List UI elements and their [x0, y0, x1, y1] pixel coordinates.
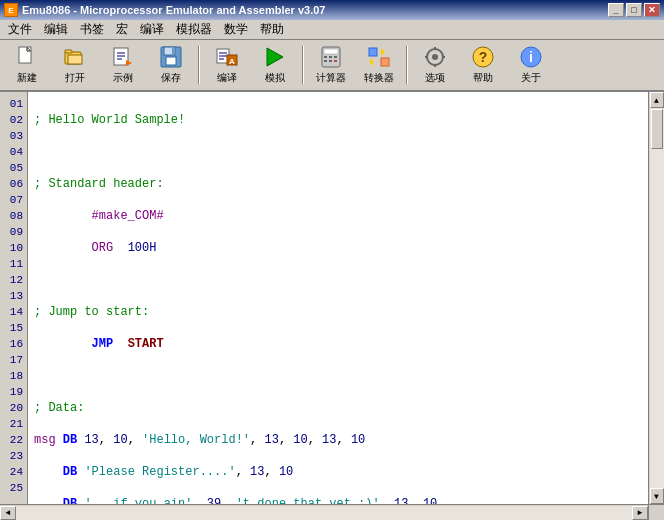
svg-rect-29 — [334, 56, 337, 58]
save-label: 保存 — [161, 71, 181, 85]
menu-macro[interactable]: 宏 — [110, 19, 134, 40]
simulate-icon — [263, 45, 287, 69]
app-icon: E — [4, 3, 18, 17]
menu-file[interactable]: 文件 — [2, 19, 38, 40]
calculator-button[interactable]: 计算器 — [308, 43, 354, 87]
svg-marker-13 — [126, 60, 132, 66]
code-line-13: DB ' if you ain', 39, 't done that yet :… — [34, 496, 642, 504]
compile-button[interactable]: A 编译 — [204, 43, 250, 87]
svg-text:A: A — [229, 57, 235, 66]
title-bar-left: E Emu8086 - Microprocessor Emulator and … — [4, 3, 325, 17]
minimize-button[interactable]: _ — [608, 3, 624, 17]
vertical-scrollbar[interactable]: ▲ ▼ — [648, 92, 664, 504]
simulate-button[interactable]: 模拟 — [252, 43, 298, 87]
about-button[interactable]: i 关于 — [508, 43, 554, 87]
open-button[interactable]: 打开 — [52, 43, 98, 87]
title-controls: _ □ ✕ — [608, 3, 660, 17]
scroll-right-button[interactable]: ► — [632, 506, 648, 520]
help-icon: ? — [471, 45, 495, 69]
about-label: 关于 — [521, 71, 541, 85]
compile-label: 编译 — [217, 71, 237, 85]
title-text: Emu8086 - Microprocessor Emulator and As… — [22, 4, 325, 16]
svg-rect-28 — [329, 56, 332, 58]
calculator-label: 计算器 — [316, 71, 346, 85]
options-label: 选项 — [425, 71, 445, 85]
svg-rect-33 — [369, 48, 377, 56]
converter-button[interactable]: 转换器 — [356, 43, 402, 87]
code-line-10: ; Data: — [34, 400, 642, 416]
maximize-button[interactable]: □ — [626, 3, 642, 17]
about-icon: i — [519, 45, 543, 69]
code-line-7: ; Jump to start: — [34, 304, 642, 320]
close-button[interactable]: ✕ — [644, 3, 660, 17]
title-bar: E Emu8086 - Microprocessor Emulator and … — [0, 0, 664, 20]
svg-text:i: i — [529, 49, 533, 65]
code-line-6 — [34, 272, 642, 288]
new-button[interactable]: 新建 — [4, 43, 50, 87]
menu-compile[interactable]: 编译 — [134, 19, 170, 40]
svg-rect-26 — [324, 49, 338, 54]
new-label: 新建 — [17, 71, 37, 85]
toolbar: 新建 打开 示例 — [0, 40, 664, 92]
code-content[interactable]: ; Hello World Sample! ; Standard header:… — [28, 92, 648, 504]
svg-text:E: E — [8, 6, 14, 15]
scroll-track[interactable] — [650, 108, 664, 488]
open-icon — [63, 45, 87, 69]
svg-text:?: ? — [479, 49, 488, 65]
example-label: 示例 — [113, 71, 133, 85]
code-line-3: ; Standard header: — [34, 176, 642, 192]
scroll-thumb[interactable] — [651, 109, 663, 149]
svg-rect-8 — [68, 55, 82, 64]
scrollbar-corner — [648, 505, 664, 520]
h-scroll-track[interactable] — [16, 506, 632, 520]
simulate-label: 模拟 — [265, 71, 285, 85]
code-line-5: ORG 100H — [34, 240, 642, 256]
code-editor[interactable]: 01 02 03 04 05 06 07 08 09 10 11 12 13 1… — [0, 92, 664, 504]
scroll-up-button[interactable]: ▲ — [650, 92, 664, 108]
svg-rect-17 — [172, 48, 174, 54]
code-line-4: #make_COM# — [34, 208, 642, 224]
menu-simulator[interactable]: 模拟器 — [170, 19, 218, 40]
code-line-9 — [34, 368, 642, 384]
scroll-down-button[interactable]: ▼ — [650, 488, 664, 504]
svg-rect-34 — [381, 58, 389, 66]
bottom-bar: ◄ ► — [0, 504, 664, 520]
new-icon — [15, 45, 39, 69]
help-label: 帮助 — [473, 71, 493, 85]
save-button[interactable]: 保存 — [148, 43, 194, 87]
scroll-left-button[interactable]: ◄ — [0, 506, 16, 520]
line-numbers: 01 02 03 04 05 06 07 08 09 10 11 12 13 1… — [0, 92, 28, 504]
example-icon — [111, 45, 135, 69]
code-line-11: msg DB 13, 10, 'Hello, World!', 13, 10, … — [34, 432, 642, 448]
code-line-2 — [34, 144, 642, 160]
svg-marker-24 — [267, 48, 283, 66]
h-scrollbar[interactable]: ◄ ► — [0, 505, 648, 520]
converter-label: 转换器 — [364, 71, 394, 85]
options-button[interactable]: 选项 — [412, 43, 458, 87]
menu-bar: 文件 编辑 书签 宏 编译 模拟器 数学 帮助 — [0, 20, 664, 40]
code-line-8: JMP START — [34, 336, 642, 352]
main-editor: 01 02 03 04 05 06 07 08 09 10 11 12 13 1… — [0, 92, 664, 504]
converter-icon — [367, 45, 391, 69]
svg-rect-30 — [324, 60, 327, 62]
sep3 — [406, 46, 408, 84]
open-label: 打开 — [65, 71, 85, 85]
svg-rect-27 — [324, 56, 327, 58]
sep1 — [198, 46, 200, 84]
svg-rect-32 — [334, 60, 337, 62]
svg-rect-31 — [329, 60, 332, 62]
save-icon — [159, 45, 183, 69]
svg-rect-16 — [166, 57, 176, 65]
code-line-1: ; Hello World Sample! — [34, 112, 642, 128]
menu-bookmark[interactable]: 书签 — [74, 19, 110, 40]
example-button[interactable]: 示例 — [100, 43, 146, 87]
sep2 — [302, 46, 304, 84]
svg-rect-7 — [65, 50, 72, 53]
compile-icon: A — [215, 45, 239, 69]
help-button[interactable]: ? 帮助 — [460, 43, 506, 87]
svg-point-36 — [432, 54, 438, 60]
menu-help[interactable]: 帮助 — [254, 19, 290, 40]
menu-edit[interactable]: 编辑 — [38, 19, 74, 40]
menu-math[interactable]: 数学 — [218, 19, 254, 40]
options-icon — [423, 45, 447, 69]
